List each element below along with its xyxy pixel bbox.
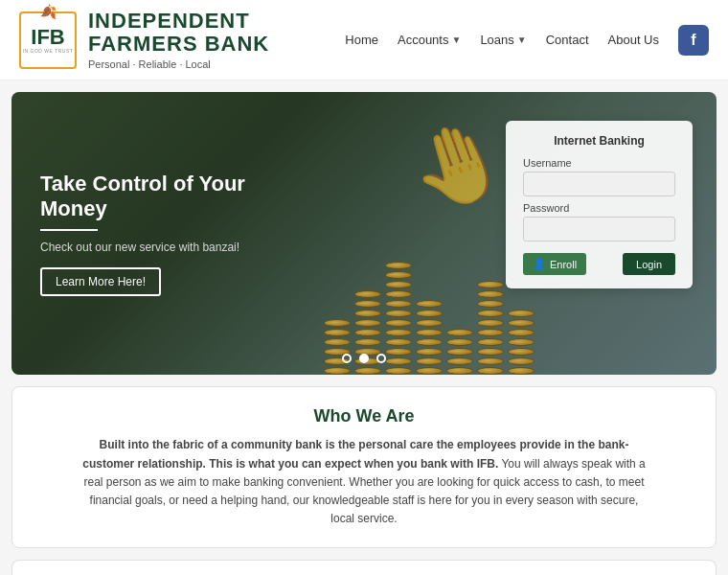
- hero-section: 🤚 Take Control of Your Money Check out o…: [11, 92, 717, 375]
- bottom-section: Control Your Debit: [11, 560, 717, 575]
- nav-about-us[interactable]: About Us: [608, 33, 659, 47]
- password-input[interactable]: [523, 217, 675, 242]
- nav-contact[interactable]: Contact: [546, 33, 589, 47]
- coin-column: [385, 262, 412, 375]
- logo-box: 🍂 IFB IN GOD WE TRUST: [19, 12, 77, 69]
- accounts-dropdown-arrow: ▼: [451, 34, 461, 45]
- coin: [385, 300, 412, 308]
- coin: [477, 281, 504, 288]
- facebook-button[interactable]: f: [678, 25, 709, 56]
- coin: [354, 329, 381, 336]
- username-input[interactable]: [523, 172, 675, 196]
- coin-column: [446, 329, 473, 375]
- username-label: Username: [523, 157, 675, 169]
- coin: [416, 319, 443, 327]
- learn-more-button[interactable]: Learn More Here!: [40, 267, 161, 296]
- coin: [385, 367, 412, 375]
- coin: [477, 329, 504, 336]
- coin: [508, 319, 535, 327]
- hero-divider: [40, 229, 98, 231]
- coin: [385, 271, 412, 279]
- coin: [477, 319, 504, 327]
- nav-loans[interactable]: Loans ▼: [480, 33, 526, 47]
- bank-name: INDEPENDENT FARMERS BANK Personal · Reli…: [88, 10, 269, 70]
- bank-tagline: Personal · Reliable · Local: [88, 58, 269, 70]
- logo-ifb-text: IFB: [31, 27, 64, 48]
- banking-buttons: 👤 Enroll Login: [523, 253, 675, 275]
- coin: [477, 300, 504, 308]
- coin: [385, 348, 412, 356]
- coin: [354, 367, 381, 375]
- coin: [416, 329, 443, 336]
- coin: [416, 367, 443, 375]
- nav-accounts[interactable]: Accounts ▼: [398, 33, 461, 47]
- coin: [385, 290, 412, 298]
- coin: [385, 319, 412, 327]
- login-button[interactable]: Login: [623, 253, 675, 275]
- nav-area: Home Accounts ▼ Loans ▼ Contact About Us…: [345, 25, 709, 56]
- enroll-label: Enroll: [550, 259, 577, 270]
- coin: [354, 290, 381, 298]
- coin-column: [324, 319, 351, 375]
- enroll-icon: 👤: [533, 258, 546, 270]
- coin: [324, 329, 351, 336]
- coin: [385, 310, 412, 317]
- password-label: Password: [523, 202, 675, 214]
- coin: [354, 300, 381, 308]
- bank-name-line2: FARMERS BANK: [88, 33, 269, 56]
- bank-name-line1: INDEPENDENT: [88, 10, 269, 33]
- coin: [385, 357, 412, 365]
- banking-panel-title: Internet Banking: [523, 134, 675, 148]
- slider-dots: [342, 354, 386, 363]
- coin: [508, 348, 535, 356]
- coin: [446, 348, 473, 356]
- coin: [477, 348, 504, 356]
- coin: [354, 338, 381, 346]
- coin: [416, 338, 443, 346]
- slide-dot-3[interactable]: [376, 354, 386, 363]
- logo-area: 🍂 IFB IN GOD WE TRUST INDEPENDENT FARMER…: [19, 10, 269, 70]
- leaf-icon: 🍂: [40, 4, 57, 19]
- who-we-are-section: Who We Are Built into the fabric of a co…: [11, 386, 717, 548]
- coin: [508, 329, 535, 336]
- coin: [446, 338, 473, 346]
- coin: [354, 319, 381, 327]
- coin: [416, 310, 443, 317]
- coin: [385, 262, 412, 269]
- coin: [385, 281, 412, 288]
- coin: [446, 367, 473, 375]
- coin: [385, 338, 412, 346]
- main-content: 🤚 Take Control of Your Money Check out o…: [0, 92, 728, 575]
- coin: [508, 338, 535, 346]
- slide-dot-2[interactable]: [359, 354, 369, 363]
- loans-dropdown-arrow: ▼: [517, 34, 527, 45]
- banking-panel: Internet Banking Username Password 👤 Enr…: [506, 121, 693, 288]
- coin: [477, 338, 504, 346]
- coin-column: [477, 281, 504, 375]
- hero-content: Take Control of Your Money Check out our…: [11, 143, 337, 325]
- enroll-button[interactable]: 👤 Enroll: [523, 253, 586, 275]
- coin: [416, 300, 443, 308]
- coin: [385, 329, 412, 336]
- who-we-are-body: Built into the fabric of a community ban…: [77, 436, 651, 528]
- coin: [508, 357, 535, 365]
- coin-column: [508, 310, 535, 375]
- coin: [446, 357, 473, 365]
- nav-home[interactable]: Home: [345, 33, 378, 47]
- coin: [416, 357, 443, 365]
- coin: [477, 357, 504, 365]
- coin: [477, 310, 504, 317]
- coin: [508, 310, 535, 317]
- hero-title: Take Control of Your Money: [40, 172, 308, 221]
- slide-dot-1[interactable]: [342, 354, 352, 363]
- coin: [446, 329, 473, 336]
- coin-column: [416, 300, 443, 375]
- coin: [354, 310, 381, 317]
- header: 🍂 IFB IN GOD WE TRUST INDEPENDENT FARMER…: [0, 0, 728, 80]
- coin: [477, 367, 504, 375]
- who-we-are-title: Who We Are: [41, 406, 687, 426]
- hero-description: Check out our new service with banzai!: [40, 241, 308, 254]
- coin: [416, 348, 443, 356]
- coin: [324, 367, 351, 375]
- logo-sub-text: IN GOD WE TRUST: [23, 48, 74, 54]
